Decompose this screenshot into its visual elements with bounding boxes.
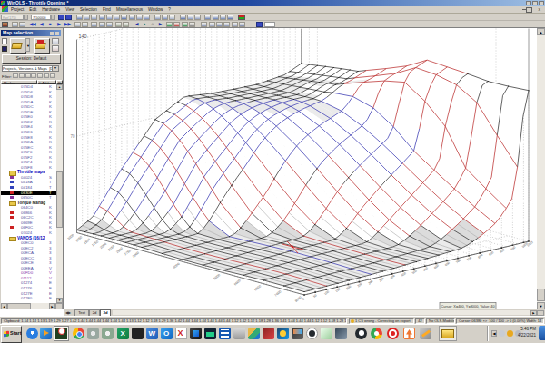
- svg-text:Cursor: X=400, Y=8000, Value:: Cursor: X=400, Y=8000, Value: 40: [441, 304, 496, 309]
- svg-text:70: 70: [71, 134, 76, 139]
- svg-text:140: 140: [79, 34, 87, 39]
